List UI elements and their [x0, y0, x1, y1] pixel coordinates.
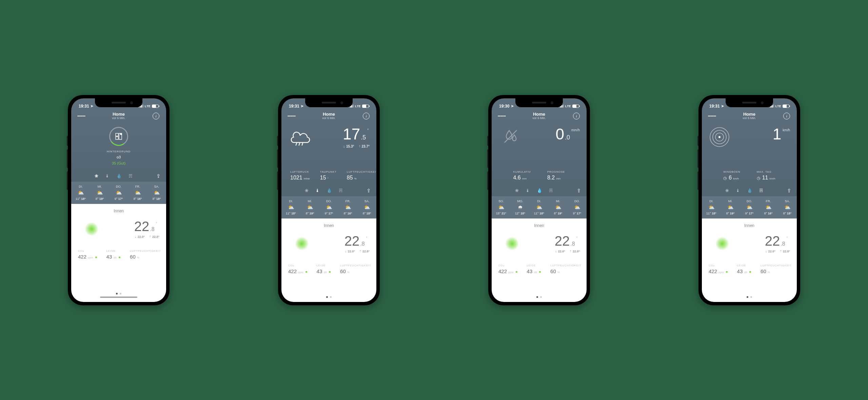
- tab-temp-icon[interactable]: 🌡: [315, 188, 320, 193]
- screen: 19:30➤ LTE Homevor 6 Min. i 0.0mm/h: [492, 98, 587, 302]
- menu-button[interactable]: [288, 112, 296, 120]
- indoor-pane[interactable]: Innen 22.8° ⇣22.0°⇡22.8° CO₂422ppm LEISE…: [702, 218, 797, 302]
- forecast-day[interactable]: DO.⛅9° 17°: [109, 182, 128, 204]
- page-dots[interactable]: [498, 293, 580, 298]
- outdoor-temperature: 17.5° ⇣15.3°⇡23.7°: [343, 126, 370, 148]
- forecast-strip[interactable]: DI.⛅11° 18° MI.⛅8° 19° DO.⛅9° 17° FR.⛅8°…: [281, 196, 376, 218]
- pressure-stat: LUFTDRUCK1021mbar: [290, 170, 310, 181]
- humidity-outdoor-stat: LUFTFEUCHTIGKEIT85%: [347, 170, 376, 181]
- phone-frame: 19:30➤ LTE Homevor 6 Min. i 0.0mm/h: [488, 95, 590, 305]
- status-dot-icon: [95, 256, 97, 258]
- clock-icon: ◷: [757, 176, 760, 180]
- tab-rain-icon[interactable]: 💧: [747, 188, 752, 193]
- max-icon: ⇡: [359, 250, 362, 253]
- forecast-strip[interactable]: DI.⛅11° 18° MI.⛅8° 19° DO.⛅9° 17° FR.⛅8°…: [702, 196, 797, 218]
- tab-air-icon[interactable]: ❀: [305, 188, 309, 193]
- tab-temp-icon[interactable]: 🌡: [736, 188, 740, 193]
- tab-temp-icon[interactable]: 🌡: [105, 173, 110, 178]
- location-icon: ➤: [511, 104, 514, 108]
- network-label: LTE: [565, 104, 571, 108]
- tab-wind-icon[interactable]: ☴: [549, 188, 553, 193]
- forecast-day[interactable]: MI.⛅8° 19°: [90, 182, 109, 204]
- forecast-day[interactable]: FR.⛅8° 16°: [128, 182, 147, 204]
- tab-rain-icon[interactable]: 💧: [327, 188, 332, 193]
- info-button[interactable]: i: [783, 112, 791, 120]
- forecast-day[interactable]: DI.⛅11° 18°: [281, 197, 300, 218]
- svg-line-2: [299, 143, 300, 146]
- forecast-day[interactable]: MI.⛅8° 19°: [300, 197, 319, 218]
- weather-icon: ⛅: [492, 204, 511, 210]
- wind-compass-icon: [709, 126, 730, 148]
- app-header: Homevor 6 Min. i: [702, 111, 797, 123]
- forecast-day[interactable]: FR.⛅8° 16°: [759, 197, 778, 218]
- forecast-day[interactable]: DO.⛅9° 17°: [568, 197, 587, 218]
- noise-stat: LEISE43dB: [106, 249, 120, 260]
- info-button[interactable]: i: [572, 112, 580, 120]
- forecast-day[interactable]: SA.⛅8° 18°: [357, 197, 376, 218]
- forecast-day[interactable]: DI.⛅11° 18°: [530, 197, 549, 218]
- tab-rain-icon[interactable]: 💧: [116, 173, 122, 178]
- share-button[interactable]: ⇪: [787, 188, 791, 194]
- forecast-day[interactable]: SA.⛅8° 18°: [778, 197, 797, 218]
- battery-icon: [362, 104, 369, 108]
- forecast-day[interactable]: MI.⛅8° 19°: [721, 197, 740, 218]
- share-button[interactable]: ⇪: [367, 188, 371, 194]
- page-title: Home: [322, 112, 336, 117]
- weather-icon: ⛅: [109, 190, 128, 196]
- indoor-title: Innen: [78, 209, 159, 213]
- page-title: Home: [532, 112, 546, 117]
- share-button[interactable]: ⇪: [156, 173, 161, 179]
- tab-wind-icon[interactable]: ☴: [129, 173, 133, 178]
- tab-temp-icon[interactable]: 🌡: [526, 188, 530, 193]
- battery-icon: [783, 104, 789, 108]
- info-button[interactable]: i: [152, 112, 160, 120]
- phone-frame: 19:31➤ LTE Homevor 6 Min. i 1km/h: [698, 95, 800, 305]
- forecast-strip[interactable]: DI.⛅11° 18° MI.⛅8° 19° DO.⛅9° 17° FR.⛅8°…: [71, 182, 166, 204]
- forecast-day[interactable]: FR.⛅8° 16°: [338, 197, 357, 218]
- tab-wind-icon[interactable]: ☴: [339, 188, 343, 193]
- tab-air-icon[interactable]: ❀: [95, 173, 98, 178]
- wind-hero[interactable]: 1km/h: [702, 123, 797, 170]
- menu-button[interactable]: [498, 112, 506, 120]
- location-icon: ➤: [721, 104, 724, 108]
- page-dots[interactable]: [78, 289, 159, 294]
- tab-air-icon[interactable]: ❀: [515, 188, 519, 193]
- home-indicator[interactable]: [100, 297, 137, 298]
- air-quality-ring-icon: [109, 127, 128, 146]
- forecast-day[interactable]: MI.⛅8° 19°: [549, 197, 568, 218]
- rain-hero[interactable]: 0.0mm/h: [492, 123, 587, 170]
- indoor-temperature: 22.8° ⇣22.0°⇡22.8°: [134, 220, 159, 239]
- page-dots[interactable]: [288, 293, 370, 298]
- tab-wind-icon[interactable]: ☴: [759, 188, 763, 193]
- air-quality-hero[interactable]: HINTERGRUND o3 35 (Gut): [71, 123, 166, 170]
- weather-icon: ⛅: [319, 204, 338, 210]
- weather-icon: ⛅: [338, 204, 357, 210]
- last-updated: vor 6 Min.: [743, 117, 756, 120]
- outdoor-pane: 19:31➤ LTE Homevor 6 Min. i 1km/h: [702, 98, 797, 218]
- page-dots[interactable]: [709, 293, 790, 298]
- forecast-day[interactable]: DI.⛅11° 18°: [71, 182, 90, 204]
- share-button[interactable]: ⇪: [577, 188, 581, 194]
- indoor-pane[interactable]: Innen 22.8° ⇣22.0°⇡22.8° CO₂422ppm LEISE…: [71, 204, 166, 302]
- forecast-day[interactable]: MO.🌧12° 18°: [511, 197, 530, 218]
- forecast-day[interactable]: SO.⛅15° 21°: [492, 197, 511, 218]
- noise-stat: LEISE43dB: [317, 264, 331, 274]
- tab-air-icon[interactable]: ❀: [725, 188, 729, 193]
- indoor-pane[interactable]: Innen 22.8° ⇣22.0°⇡22.8° CO₂422ppm LEISE…: [492, 218, 587, 302]
- info-button[interactable]: i: [362, 112, 370, 120]
- forecast-day[interactable]: DI.⛅11° 18°: [702, 197, 721, 218]
- forecast-day[interactable]: DO.⛅9° 17°: [319, 197, 338, 218]
- menu-button[interactable]: [708, 112, 716, 120]
- indoor-pane[interactable]: Innen 22.8° ⇣22.0°⇡22.8° CO₂422ppm LEISE…: [281, 218, 376, 302]
- forecast-strip[interactable]: SO.⛅15° 21° MO.🌧12° 18° DI.⛅11° 18° MI.⛅…: [492, 196, 587, 218]
- co2-stat: CO₂422ppm: [709, 264, 728, 274]
- indoor-stats-row: CO₂422ppm LEISE43dB LUFTFEUCHTIGKEIT60%: [78, 249, 159, 260]
- menu-button[interactable]: [77, 112, 85, 120]
- forecast-day[interactable]: SA.⛅8° 18°: [147, 182, 166, 204]
- tab-rain-icon[interactable]: 💧: [537, 188, 542, 193]
- indoor-stats-row: CO₂422ppm LEISE43dB LUFTFEUCHTIGKEIT60%: [498, 264, 580, 274]
- temperature-hero[interactable]: 17.5° ⇣15.3°⇡23.7°: [281, 123, 376, 170]
- app-header: Home vor 6 Min. i: [71, 111, 166, 123]
- svg-point-8: [718, 136, 721, 138]
- forecast-day[interactable]: DO.⛅9° 17°: [740, 197, 759, 218]
